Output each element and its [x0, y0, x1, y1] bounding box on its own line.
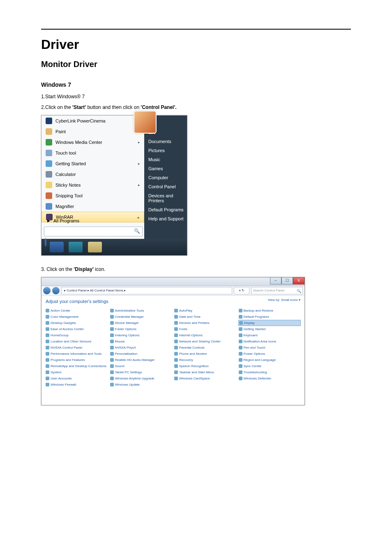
applet-icon [110, 364, 114, 368]
control-panel-item[interactable]: Internet Options [174, 333, 236, 338]
control-panel-item[interactable]: Sound [110, 363, 172, 369]
start-menu-item[interactable]: Touch tool [42, 148, 144, 158]
control-panel-item[interactable]: Location and Other Sensors [46, 339, 108, 344]
control-panel-item[interactable]: Realtek HD Audio Manager [110, 357, 172, 363]
control-panel-item-label: Taskbar and Start Menu [179, 370, 214, 374]
applet-icon [110, 346, 114, 349]
applet-icon [174, 315, 178, 319]
control-panel-search-input[interactable]: Search Control Panel 🔍 [251, 287, 303, 294]
control-panel-item[interactable]: Speech Recognition [174, 363, 236, 369]
start-menu-item[interactable]: Magnifier [42, 201, 144, 212]
taskbar-wmp-icon[interactable] [69, 242, 83, 252]
control-panel-item[interactable]: Network and Sharing Center [174, 339, 236, 344]
control-panel-item[interactable]: Display [239, 320, 301, 326]
control-panel-item[interactable]: Devices and Printers [174, 320, 236, 326]
control-panel-item[interactable]: AutoPlay [174, 308, 236, 313]
control-panel-item[interactable]: Personalization [110, 351, 172, 356]
control-panel-item[interactable]: Mouse [110, 339, 172, 344]
control-panel-item[interactable]: Indexing Options [110, 333, 172, 338]
control-panel-item[interactable]: Date and Time [174, 314, 236, 319]
control-panel-item[interactable]: RemoteApp and Desktop Connections [46, 363, 108, 369]
control-panel-item[interactable]: Backup and Restore [239, 308, 301, 313]
control-panel-item[interactable]: Administrative Tools [110, 308, 172, 313]
control-panel-item[interactable]: Credential Manager [110, 314, 172, 319]
control-panel-item[interactable]: Default Programs [239, 314, 301, 319]
start-menu-item[interactable]: Windows Media Center▸ [42, 137, 144, 148]
control-panel-item[interactable]: System [46, 370, 108, 375]
window-minimize-button[interactable]: – [270, 277, 281, 284]
control-panel-item[interactable]: Pen and Touch [239, 345, 301, 350]
control-panel-item[interactable]: Notification Area Icons [239, 339, 301, 344]
step-3-prefix: 3. Click on the [41, 266, 74, 272]
start-menu-item[interactable]: Sticky Notes▸ [42, 180, 144, 190]
start-menu-right-item[interactable]: Pictures [144, 146, 187, 155]
control-panel-item[interactable]: Tablet PC Settings [110, 370, 172, 375]
control-panel-item[interactable]: Troubleshooting [239, 370, 301, 375]
control-panel-item[interactable]: Ease of Access Center [46, 326, 108, 332]
control-panel-item[interactable]: Region and Language [239, 357, 301, 363]
control-panel-item[interactable]: Windows Defender [239, 376, 301, 381]
step-3: 3. Click on the 'Display' icon. [41, 266, 351, 272]
start-menu-right-item[interactable]: Music [144, 155, 187, 164]
control-panel-item-label: Parental Controls [179, 346, 205, 349]
submenu-arrow-icon: ▸ [138, 140, 140, 144]
start-menu-item[interactable]: Snipping Tool [42, 190, 144, 201]
applet-icon [239, 346, 242, 349]
control-panel-item-label: Programs and Features [51, 358, 85, 362]
start-menu-item[interactable]: Paint▸ [42, 126, 144, 137]
control-panel-item[interactable]: Color Management [46, 314, 108, 319]
start-menu-right-item[interactable]: Games [144, 164, 187, 173]
control-panel-item[interactable]: User Accounts [46, 376, 108, 381]
control-panel-item[interactable]: Parental Controls [174, 345, 236, 350]
taskbar-explorer-icon[interactable] [88, 242, 102, 252]
nav-forward-button[interactable] [52, 287, 60, 294]
control-panel-item[interactable]: Windows Update [110, 382, 172, 387]
control-panel-item[interactable]: NVIDIA PhysX [110, 345, 172, 350]
control-panel-item[interactable]: Performance Information and Tools [46, 351, 108, 356]
control-panel-item[interactable]: Windows CardSpace [174, 376, 236, 381]
start-menu-item[interactable]: CyberLink PowerCinema [42, 116, 144, 126]
user-avatar[interactable] [134, 111, 157, 134]
control-panel-item[interactable]: Power Options [239, 351, 301, 356]
control-panel-item[interactable]: Recovery [174, 357, 236, 363]
start-button[interactable] [45, 238, 46, 247]
control-panel-item[interactable]: Getting Started [239, 326, 301, 332]
control-panel-item[interactable]: Desktop Gadgets [46, 320, 108, 326]
applet-icon [110, 383, 114, 386]
start-menu-item[interactable]: Calculator [42, 169, 144, 180]
control-panel-item[interactable]: Programs and Features [46, 357, 108, 363]
control-panel-item[interactable]: HomeGroup [46, 333, 108, 338]
start-menu-right-item[interactable]: Computer [144, 173, 187, 182]
window-maximize-button[interactable]: ☐ [281, 277, 293, 284]
refresh-button[interactable]: ▾ ↻ [234, 287, 249, 294]
control-panel-item[interactable]: Folder Options [110, 326, 172, 332]
applet-icon [46, 370, 49, 374]
all-programs-label: All Programs [53, 218, 79, 223]
applet-icon [46, 333, 49, 337]
control-panel-item-label: RemoteApp and Desktop Connections [51, 364, 106, 368]
nav-back-button[interactable] [43, 287, 51, 294]
control-panel-item[interactable]: NVIDIA Control Panel [46, 345, 108, 350]
window-close-button[interactable]: X [293, 277, 304, 284]
breadcrumb[interactable]: ▸ Control Panel ▸ All Control Panel Item… [61, 287, 232, 294]
control-panel-item[interactable]: Phone and Modem [174, 351, 236, 356]
start-menu-right-item[interactable]: Devices and Printers [144, 191, 187, 205]
start-menu-item[interactable]: Getting Started▸ [42, 158, 144, 169]
start-menu-right-item[interactable]: Documents [144, 137, 187, 146]
control-panel-item[interactable]: Taskbar and Start Menu [174, 370, 236, 375]
start-menu-search-input[interactable]: 🔍 [44, 227, 143, 236]
start-menu-right-item[interactable]: Default Programs [144, 205, 187, 214]
control-panel-item[interactable]: Sync Center [239, 363, 301, 369]
control-panel-item[interactable]: Device Manager [110, 320, 172, 326]
control-panel-item[interactable]: Windows Firewall [46, 382, 108, 387]
control-panel-item-label: Personalization [115, 352, 138, 356]
view-by-label[interactable]: View by: Small icons ▾ [268, 298, 300, 302]
start-menu-right-item[interactable]: Help and Support [144, 214, 187, 223]
control-panel-item[interactable]: Windows Anytime Upgrade [110, 376, 172, 381]
control-panel-item[interactable]: Keyboard [239, 333, 301, 338]
start-menu-right-item[interactable]: Control Panel [144, 182, 187, 191]
control-panel-item-label: NVIDIA Control Panel [51, 346, 82, 349]
control-panel-item[interactable]: Fonts [174, 326, 236, 332]
all-programs-row[interactable]: ▶ All Programs [42, 216, 150, 226]
control-panel-item[interactable]: Action Center [46, 308, 108, 313]
